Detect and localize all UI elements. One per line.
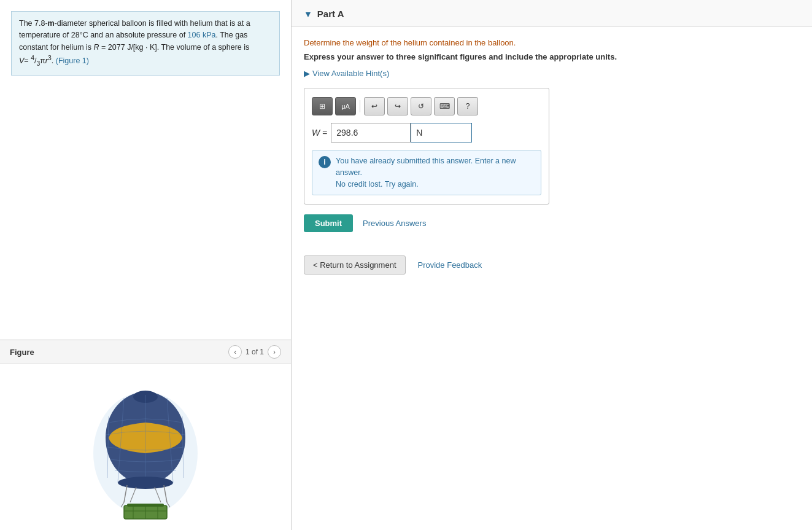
- submit-button[interactable]: Submit: [304, 214, 353, 232]
- unit-icon: μA: [341, 103, 350, 110]
- feedback-box: i You have already submitted this answer…: [312, 150, 541, 195]
- feedback-line1: You have already submitted this answer. …: [336, 157, 516, 177]
- toolbar: ⊞ μA ↩ ↪ ↺ ⌨ ?: [312, 97, 541, 115]
- figure-next-btn[interactable]: ›: [268, 345, 281, 359]
- previous-answers-link[interactable]: Previous Answers: [363, 219, 426, 228]
- figure-header: Figure ‹ 1 of 1 ›: [0, 340, 291, 364]
- part-title: Part A: [317, 9, 344, 19]
- redo-icon: ↪: [395, 102, 401, 111]
- figure-link[interactable]: (Figure 1): [56, 57, 89, 65]
- help-btn[interactable]: ?: [457, 97, 478, 115]
- help-icon: ?: [466, 102, 470, 111]
- value-input[interactable]: [331, 123, 411, 142]
- part-header: ▼ Part A: [292, 0, 812, 27]
- express-text: Express your answer to three significant…: [304, 52, 800, 61]
- question-text: Determine the weight of the helium conta…: [304, 38, 800, 47]
- refresh-icon: ↺: [418, 102, 424, 111]
- provide-feedback-link[interactable]: Provide Feedback: [418, 260, 482, 270]
- keyboard-icon: ⌨: [439, 102, 450, 111]
- right-panel: ▼ Part A Determine the weight of the hel…: [292, 0, 812, 530]
- refresh-btn[interactable]: ↺: [411, 97, 431, 115]
- figure-title: Figure: [10, 348, 228, 357]
- pressure-highlight: 106 kPa: [188, 31, 216, 39]
- hints-arrow: ▶: [304, 69, 310, 78]
- figure-page: 1 of 1: [246, 348, 264, 356]
- figure-nav: ‹ 1 of 1 ›: [228, 345, 281, 359]
- actions-row: Submit Previous Answers: [304, 214, 800, 232]
- w-label: W =: [312, 128, 327, 138]
- part-content: Determine the weight of the helium conta…: [292, 27, 812, 286]
- redo-btn[interactable]: ↪: [387, 97, 408, 115]
- feedback-text: You have already submitted this answer. …: [336, 155, 535, 190]
- input-row: W =: [312, 123, 541, 142]
- figure-image: [0, 364, 291, 530]
- bottom-actions: < Return to Assignment Provide Feedback: [304, 247, 800, 275]
- undo-icon: ↩: [371, 102, 377, 111]
- template-btn[interactable]: ⊞: [312, 97, 333, 115]
- return-to-assignment-button[interactable]: < Return to Assignment: [304, 255, 406, 275]
- feedback-line2: No credit lost. Try again.: [336, 180, 419, 189]
- figure-section: Figure ‹ 1 of 1 ›: [0, 340, 291, 530]
- template-icon: ⊞: [319, 102, 325, 111]
- view-hints-link[interactable]: ▶ View Available Hint(s): [304, 69, 800, 78]
- unit-btn[interactable]: μA: [335, 97, 356, 115]
- keyboard-btn[interactable]: ⌨: [434, 97, 455, 115]
- toolbar-separator: [360, 100, 360, 112]
- figure-prev-btn[interactable]: ‹: [228, 345, 242, 359]
- info-icon: i: [319, 156, 331, 168]
- balloon-illustration: [0, 367, 291, 527]
- problem-text-box: The 7.8-m-diameter spherical balloon is …: [11, 11, 280, 76]
- answer-box: ⊞ μA ↩ ↪ ↺ ⌨ ?: [304, 88, 549, 205]
- unit-input[interactable]: [411, 123, 472, 142]
- part-collapse-arrow[interactable]: ▼: [304, 9, 312, 19]
- undo-btn[interactable]: ↩: [364, 97, 385, 115]
- hints-label: View Available Hint(s): [312, 69, 389, 78]
- svg-point-8: [118, 477, 173, 489]
